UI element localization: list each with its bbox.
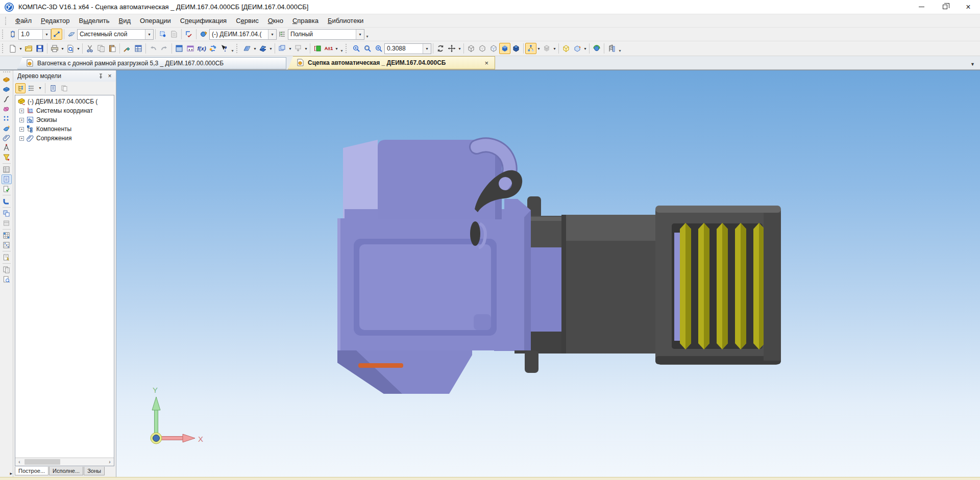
document-macro-icon[interactable] <box>2 252 12 262</box>
paste-icon[interactable] <box>107 43 118 54</box>
spline-curve-icon[interactable] <box>2 94 12 104</box>
local-frame-icon[interactable] <box>157 29 168 40</box>
simplified-display-icon[interactable] <box>525 43 536 54</box>
surfaces-icon[interactable] <box>2 123 12 133</box>
sketch-arrow-icon[interactable]: ▾ <box>253 43 257 54</box>
tab-vagonetka[interactable]: Вагонетка с донной рамной разгрузкой 5,3… <box>17 57 286 69</box>
scroll-left-icon[interactable]: ‹ <box>15 458 23 466</box>
menu-editor[interactable]: Редактор <box>36 14 75 27</box>
shaded-display-icon[interactable] <box>499 43 510 54</box>
show-document-window-icon[interactable] <box>174 43 185 54</box>
viewport-3d[interactable]: Y X <box>116 70 980 477</box>
strip-grip[interactable] <box>3 71 10 73</box>
extrude-arrow-icon[interactable]: ▾ <box>268 43 273 54</box>
expand-icon[interactable]: + <box>19 118 24 122</box>
restore-button[interactable] <box>933 0 957 14</box>
simplified-arrow-icon[interactable]: ▾ <box>536 43 541 54</box>
points-icon[interactable] <box>2 114 12 123</box>
cut-icon[interactable] <box>84 43 95 54</box>
zoom-area-icon[interactable] <box>362 43 373 54</box>
menu-operations[interactable]: Операции <box>135 14 176 27</box>
current-step-icon[interactable] <box>7 29 18 40</box>
edit-part-icon[interactable] <box>2 75 12 85</box>
measure-icon[interactable] <box>2 143 12 153</box>
tree-row-sketches[interactable]: + Эскизы <box>15 115 114 124</box>
fx-variables-icon[interactable]: f(x) <box>196 43 207 54</box>
solid-bodies-icon[interactable] <box>2 85 12 94</box>
tree-row-components[interactable]: + Компоненты <box>15 124 114 134</box>
document-inspect-icon[interactable] <box>2 274 12 284</box>
expand-icon[interactable]: + <box>19 136 24 141</box>
tab-versions[interactable]: Исполне... <box>49 467 83 475</box>
filter-icon[interactable] <box>2 153 12 162</box>
menu-view[interactable]: Вид <box>114 14 136 27</box>
tree-row-coordinate-systems[interactable]: + Системы координат <box>15 106 114 115</box>
orientation-arrow-icon[interactable]: ▾ <box>583 43 587 54</box>
dimensions-3d-icon[interactable] <box>560 43 572 54</box>
detail-level-combo[interactable]: Полный▾ <box>288 29 364 40</box>
combo-arrow-icon[interactable]: ▾ <box>145 30 153 39</box>
menu-service[interactable]: Сервис <box>231 14 263 27</box>
hide-in-components-arrow-icon[interactable]: ▾ <box>552 43 557 54</box>
zoom-selected-icon[interactable] <box>351 43 362 54</box>
menu-specification[interactable]: Спецификация <box>176 14 231 27</box>
tab-zones[interactable]: Зоны <box>84 467 105 475</box>
print-preview-icon[interactable] <box>65 43 76 54</box>
shaded-edges-display-icon[interactable] <box>510 43 522 54</box>
toolbar1-overflow-icon[interactable]: ▾ <box>364 29 370 40</box>
sketch-icon[interactable] <box>241 43 253 54</box>
hidden-lines-thin-display-icon[interactable] <box>488 43 499 54</box>
refresh-image-icon[interactable] <box>435 43 446 54</box>
copy-object-arrow-icon[interactable]: ▾ <box>288 43 292 54</box>
current-model-combo[interactable]: (-) ДЕИМ.167.04.(▾ <box>209 29 277 40</box>
table-points-icon[interactable] <box>2 240 12 250</box>
copy-icon[interactable] <box>95 43 107 54</box>
snap-check-icon[interactable] <box>183 29 194 40</box>
auto-dimension-icon[interactable]: A±1 <box>323 43 334 54</box>
menu-file[interactable]: Файл <box>11 14 36 27</box>
copy-object-icon[interactable] <box>277 43 288 54</box>
project-object-icon[interactable] <box>292 43 304 54</box>
tab-close-icon[interactable]: × <box>483 59 489 67</box>
change-document-icon[interactable] <box>198 29 209 40</box>
hide-in-components-icon[interactable] <box>541 43 552 54</box>
tree-row-mates[interactable]: + Сопряжения <box>15 134 114 143</box>
extrude-operation-icon[interactable] <box>257 43 268 54</box>
menu-window[interactable]: Окно <box>263 14 288 27</box>
exchange-order-icon[interactable] <box>207 43 218 54</box>
close-button[interactable]: × <box>957 0 980 14</box>
scrollbar-track[interactable] <box>23 458 106 466</box>
reports-icon[interactable] <box>2 174 12 184</box>
toolbar1-grip[interactable] <box>2 30 5 39</box>
tree-report-icon[interactable] <box>48 83 58 93</box>
rotate-model-icon[interactable] <box>591 43 602 54</box>
view-overflow-icon[interactable]: ▾ <box>617 43 623 54</box>
strip-more-icon[interactable]: ▸ <box>10 471 12 476</box>
print-arrow-icon[interactable]: ▾ <box>60 43 65 54</box>
table-cells-icon[interactable] <box>2 231 12 240</box>
current-step-combo[interactable]: 1.0▾ <box>18 29 51 40</box>
standard-overflow-icon[interactable]: ▾ <box>230 43 235 54</box>
edit-overflow-icon[interactable]: ▾ <box>339 43 345 54</box>
insert-view-icon[interactable] <box>168 29 180 40</box>
round-off-toggle-icon[interactable] <box>51 29 62 40</box>
layout-windows-icon[interactable] <box>2 209 12 218</box>
expand-icon[interactable]: + <box>19 127 24 132</box>
toolbar2-grip[interactable] <box>2 44 5 53</box>
menu-grip[interactable] <box>5 17 8 25</box>
tree-structure-icon[interactable] <box>15 83 26 93</box>
print-icon[interactable] <box>49 43 60 54</box>
zoom-in-icon[interactable] <box>373 43 384 54</box>
minimize-button[interactable] <box>910 0 933 14</box>
pin-panel-icon[interactable] <box>96 72 105 80</box>
pipelines-icon[interactable] <box>2 196 12 206</box>
new-document-arrow-icon[interactable]: ▾ <box>18 43 23 54</box>
scroll-right-icon[interactable]: › <box>106 458 114 466</box>
document-copy-icon[interactable] <box>2 265 12 274</box>
tree-report-copy-icon[interactable] <box>59 83 69 93</box>
combo-arrow-icon[interactable]: ▾ <box>268 30 276 39</box>
menu-libraries[interactable]: Библиотеки <box>323 14 368 27</box>
project-object-arrow-icon[interactable]: ▾ <box>304 43 308 54</box>
check-document-icon[interactable] <box>2 184 12 194</box>
combo-arrow-icon[interactable]: ▾ <box>356 30 364 39</box>
